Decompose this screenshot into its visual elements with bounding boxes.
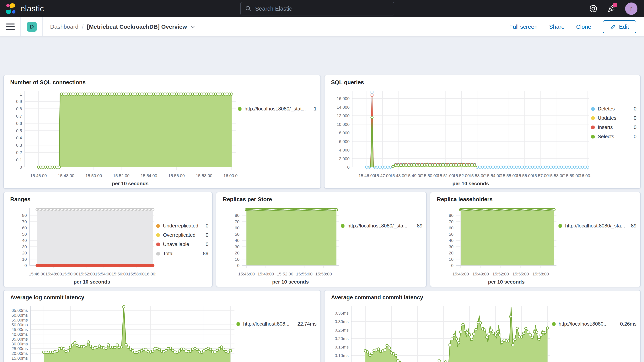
svg-text:15:50:00: 15:50:00 (86, 173, 102, 178)
clone-button[interactable]: Clone (576, 24, 591, 30)
replica-leaseholders-chart: 8070605040302010015:46:0015:49:0015:52:0… (433, 204, 558, 286)
legend-label: Overreplicated (163, 232, 196, 238)
legend-item[interactable]: Overreplicated0 (156, 232, 208, 238)
svg-text:20.00ms: 20.00ms (12, 351, 28, 356)
legend-item[interactable]: http://localhost:8080/_sta...89 (558, 223, 636, 229)
legend-dot (591, 135, 595, 138)
legend-value: 22.74ms (294, 321, 316, 327)
menu-button[interactable] (6, 24, 15, 30)
legend-value: 0 (203, 223, 208, 229)
legend-item[interactable]: Selects0 (591, 134, 636, 140)
panel-title[interactable]: Number of SQL connections (10, 79, 86, 86)
panel-title[interactable]: Average log commit latency (10, 294, 84, 301)
panel-title[interactable]: Replica leaseholders (437, 196, 493, 202)
legend-item[interactable]: Underreplicated0 (156, 223, 208, 229)
legend-label: Selects (598, 134, 614, 140)
legend-value: 0 (631, 134, 636, 140)
dashboard-toolbar: D Dashboard / [Metricbeat CockroachDB] O… (0, 17, 644, 36)
svg-text:16:00:00: 16:00:00 (224, 173, 238, 178)
svg-text:25.00ms: 25.00ms (12, 346, 28, 351)
svg-text:15:49:00: 15:49:00 (406, 173, 422, 178)
chart-legend: http://localhost:8080/_stat...1 (238, 87, 317, 187)
legend-item[interactable]: Inserts0 (591, 124, 636, 130)
panel-title[interactable]: Ranges (10, 196, 30, 202)
share-button[interactable]: Share (549, 24, 564, 30)
svg-text:6,000: 6,000 (339, 139, 350, 144)
svg-text:15:59:00: 15:59:00 (564, 173, 580, 178)
legend-dot (156, 242, 160, 246)
svg-text:per 10 seconds: per 10 seconds (488, 279, 524, 285)
hamburger-icon (6, 24, 15, 24)
sql-connections-chart: 10.90.80.70.60.50.40.30.20.1015:46:0015:… (6, 87, 238, 187)
breadcrumb-dashboard-link[interactable]: Dashboard (50, 24, 78, 30)
svg-text:45.00ms: 45.00ms (12, 327, 28, 332)
legend-value: 89 (628, 223, 636, 229)
svg-text:15:55:00: 15:55:00 (296, 272, 312, 276)
svg-text:0: 0 (24, 263, 27, 268)
svg-text:60: 60 (235, 226, 240, 230)
svg-text:15:46:00: 15:46:00 (452, 272, 469, 276)
svg-text:per 10 seconds: per 10 seconds (452, 180, 489, 186)
legend-item[interactable]: http://localhost:808...22.74ms (236, 321, 316, 327)
svg-text:30: 30 (22, 244, 27, 249)
legend-item[interactable]: Updates0 (591, 115, 636, 121)
legend-label: http://localhost:808... (243, 321, 290, 327)
svg-text:15:56:00: 15:56:00 (112, 272, 128, 276)
svg-text:10: 10 (449, 257, 454, 262)
legend-item[interactable]: http://localhost:8080/_stat...1 (238, 106, 316, 112)
help-button[interactable] (589, 4, 598, 13)
svg-text:15:48:00: 15:48:00 (45, 272, 62, 276)
page-title[interactable]: [Metricbeat CockroachDB] Overview (87, 24, 196, 30)
chevron-down-icon (190, 24, 196, 30)
chart-legend: Deletes0Updates0Inserts0Selects0 (591, 87, 637, 187)
svg-text:15:58:00: 15:58:00 (128, 272, 144, 276)
svg-text:15:52:00: 15:52:00 (492, 272, 509, 276)
svg-text:30: 30 (449, 244, 454, 249)
legend-item[interactable]: Total89 (156, 250, 208, 256)
svg-text:20: 20 (449, 250, 454, 256)
svg-text:70: 70 (449, 219, 454, 224)
legend-item[interactable]: Unavailable0 (156, 241, 208, 247)
avg-command-commit-latency-chart: 0.35ms0.30ms0.25ms0.20ms0.15ms0.10ms0.05… (327, 302, 552, 362)
svg-text:15:55:00: 15:55:00 (512, 272, 529, 276)
legend-value: 0.26ms (618, 321, 636, 327)
panel-title[interactable]: Replicas per Store (223, 196, 272, 202)
svg-text:20: 20 (22, 250, 27, 256)
dashboard-badge[interactable]: D (27, 22, 37, 32)
svg-text:15:52:00: 15:52:00 (277, 272, 293, 276)
elastic-logo-icon (6, 3, 16, 14)
panel-title[interactable]: Average command commit latency (331, 294, 423, 301)
svg-text:15:58:00: 15:58:00 (548, 173, 564, 178)
legend-dot (236, 322, 240, 326)
elastic-brand[interactable]: elastic (6, 3, 44, 14)
legend-item[interactable]: http://localhost:8080/_sta...89 (341, 223, 422, 229)
search-input[interactable]: Search Elastic (240, 2, 394, 16)
svg-text:50.00ms: 50.00ms (12, 322, 28, 327)
legend-dot (156, 252, 160, 256)
legend-label: Unavailable (163, 241, 189, 247)
dashboard-grid: Number of SQL connections 10.90.80.70.60… (0, 36, 644, 362)
legend-label: Underreplicated (163, 223, 198, 229)
full-screen-button[interactable]: Full screen (509, 24, 538, 30)
svg-text:35.00ms: 35.00ms (12, 337, 28, 342)
panel-average-command-commit-latency: Average command commit latency 0.35ms0.3… (324, 290, 641, 362)
svg-text:15:56:00: 15:56:00 (516, 173, 533, 178)
chart-legend: Underreplicated0Overreplicated0Unavailab… (156, 204, 209, 286)
user-avatar[interactable]: r (625, 2, 638, 15)
svg-text:60: 60 (449, 226, 454, 230)
legend-label: http://localhost:8080/_sta... (348, 223, 408, 229)
chart-legend: http://localhost:8080/_sta...89 (341, 204, 423, 286)
legend-item[interactable]: http://localhost:8080...0.26ms (552, 321, 636, 327)
legend-item[interactable]: Deletes0 (591, 106, 636, 112)
svg-text:15:52:00: 15:52:00 (113, 173, 130, 178)
svg-text:4,000: 4,000 (339, 148, 350, 152)
svg-text:15:57:00: 15:57:00 (532, 173, 549, 178)
panel-title[interactable]: SQL queries (331, 79, 364, 86)
svg-text:15:53:00: 15:53:00 (469, 173, 486, 178)
edit-button[interactable]: Edit (603, 20, 636, 33)
pencil-icon (610, 24, 616, 30)
svg-text:15:50:00: 15:50:00 (422, 173, 438, 178)
svg-text:40: 40 (22, 238, 27, 243)
legend-label: Updates (598, 115, 616, 121)
news-feed-button[interactable] (607, 4, 616, 13)
